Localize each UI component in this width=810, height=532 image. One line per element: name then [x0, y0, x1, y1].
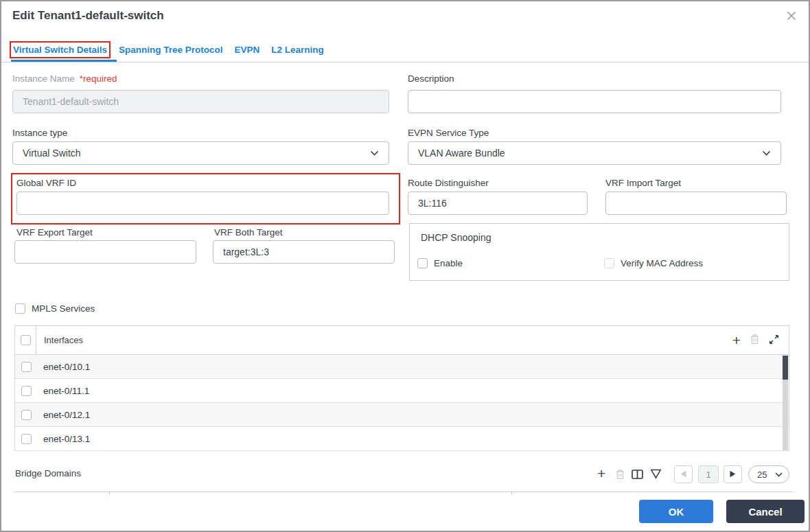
- tabs-divider: [1, 62, 809, 62]
- table-row[interactable]: enet-0/11.1: [15, 379, 789, 403]
- row-checkbox[interactable]: [21, 362, 32, 372]
- vrf-export-target-field[interactable]: [14, 240, 196, 264]
- route-distinguisher-label: Route Distinguisher: [408, 178, 489, 188]
- bridge-domains-table-top-border: [14, 491, 793, 492]
- column-divider-tick: [109, 491, 110, 495]
- expand-table-button[interactable]: [769, 334, 779, 347]
- chevron-down-icon: [762, 150, 771, 156]
- columns-icon: [632, 470, 643, 481]
- tab-spanning-tree-protocol[interactable]: Spanning Tree Protocol: [119, 45, 223, 55]
- row-checkbox[interactable]: [21, 434, 32, 444]
- global-vrf-id-label: Global VRF ID: [16, 178, 76, 188]
- vrf-both-target-field[interactable]: [213, 240, 395, 264]
- trash-icon: [615, 469, 625, 482]
- required-note: *required: [80, 73, 117, 84]
- table-scrollbar[interactable]: [783, 356, 788, 450]
- mpls-services-label: MPLS Services: [32, 303, 95, 314]
- trash-icon: [750, 334, 760, 347]
- interface-name: enet-0/13.1: [32, 434, 90, 444]
- delete-bridge-domain-button[interactable]: [615, 469, 625, 482]
- interface-name: enet-0/11.1: [32, 386, 89, 396]
- dhcp-enable-label: Enable: [434, 258, 463, 268]
- page-size-value: 25: [757, 470, 767, 480]
- cancel-button[interactable]: Cancel: [726, 500, 805, 523]
- add-interface-button[interactable]: +: [732, 335, 741, 346]
- next-page-icon: [730, 470, 736, 480]
- dhcp-snooping-title: DHCP Snooping: [421, 232, 491, 243]
- prev-page-icon: [680, 470, 686, 480]
- interfaces-table: Interfaces + enet-0/10.1 enet-0/11.1 ene…: [14, 325, 789, 451]
- page-number-input[interactable]: [698, 465, 719, 483]
- instance-type-select[interactable]: Virtual Switch: [12, 141, 389, 165]
- instance-name-label: Instance Name*required: [12, 73, 117, 84]
- dhcp-enable-checkbox[interactable]: [417, 258, 428, 268]
- interface-name: enet-0/12.1: [32, 410, 90, 420]
- expand-icon: [769, 334, 779, 347]
- vrf-import-target-label: VRF Import Target: [605, 178, 681, 188]
- dialog-title: Edit Tenant1-default-switch: [12, 9, 164, 23]
- prev-page-button[interactable]: [674, 465, 693, 483]
- tab-l2-learning[interactable]: L2 Learning: [271, 45, 324, 55]
- interfaces-column-header: Interfaces: [36, 335, 83, 345]
- evpn-service-type-select[interactable]: VLAN Aware Bundle: [408, 141, 781, 165]
- row-checkbox[interactable]: [21, 386, 32, 396]
- ok-button[interactable]: OK: [639, 500, 713, 523]
- evpn-service-type-value: VLAN Aware Bundle: [418, 148, 505, 159]
- add-bridge-domain-button[interactable]: +: [597, 468, 605, 479]
- vrf-import-target-field[interactable]: [605, 192, 787, 215]
- row-checkbox[interactable]: [21, 410, 32, 420]
- mpls-services-checkbox[interactable]: [15, 303, 25, 314]
- scrollbar-thumb[interactable]: [783, 356, 788, 380]
- close-icon[interactable]: [785, 10, 799, 23]
- select-all-checkbox[interactable]: [21, 335, 31, 345]
- delete-interface-button[interactable]: [750, 334, 760, 347]
- interfaces-toolbar: +: [732, 334, 789, 347]
- global-vrf-id-field[interactable]: [16, 192, 389, 215]
- next-page-button[interactable]: [724, 465, 742, 483]
- edit-virtual-switch-dialog: Edit Tenant1-default-switch Virtual Swit…: [0, 0, 810, 532]
- verify-mac-label: Verify MAC Address: [621, 258, 703, 268]
- chevron-down-icon: [775, 472, 783, 477]
- plus-icon: +: [732, 335, 741, 346]
- route-distinguisher-field[interactable]: [408, 192, 588, 215]
- table-row[interactable]: enet-0/13.1: [15, 427, 789, 451]
- interfaces-table-header: Interfaces +: [15, 326, 789, 355]
- dhcp-snooping-group: DHCP Snooping Enable Verify MAC Address: [409, 223, 789, 281]
- columns-button[interactable]: [632, 470, 643, 481]
- chevron-down-icon: [370, 150, 379, 156]
- column-divider-tick: [511, 491, 512, 495]
- filter-icon: [650, 469, 662, 481]
- verify-mac-checkbox[interactable]: [604, 258, 614, 268]
- tab-evpn[interactable]: EVPN: [235, 45, 260, 55]
- vrf-export-target-label: VRF Export Target: [16, 227, 93, 238]
- instance-type-value: Virtual Switch: [23, 148, 81, 159]
- plus-icon: +: [597, 468, 605, 479]
- description-label: Description: [408, 73, 454, 84]
- page-size-select[interactable]: 25: [748, 465, 789, 483]
- instance-name-field[interactable]: [12, 90, 389, 113]
- interface-name: enet-0/10.1: [32, 362, 90, 372]
- tab-bar: Virtual Switch Details Spanning Tree Pro…: [13, 45, 324, 55]
- bridge-domains-label: Bridge Domains: [15, 468, 81, 478]
- description-field[interactable]: [408, 90, 781, 113]
- tab-virtual-switch-details[interactable]: Virtual Switch Details: [13, 45, 107, 55]
- vrf-both-target-label: VRF Both Target: [214, 227, 283, 238]
- instance-type-label: Instance type: [12, 128, 67, 138]
- table-row[interactable]: enet-0/12.1: [15, 403, 789, 427]
- filter-button[interactable]: [650, 469, 662, 481]
- evpn-service-type-label: EVPN Service Type: [408, 128, 489, 138]
- table-row[interactable]: enet-0/10.1: [15, 355, 789, 379]
